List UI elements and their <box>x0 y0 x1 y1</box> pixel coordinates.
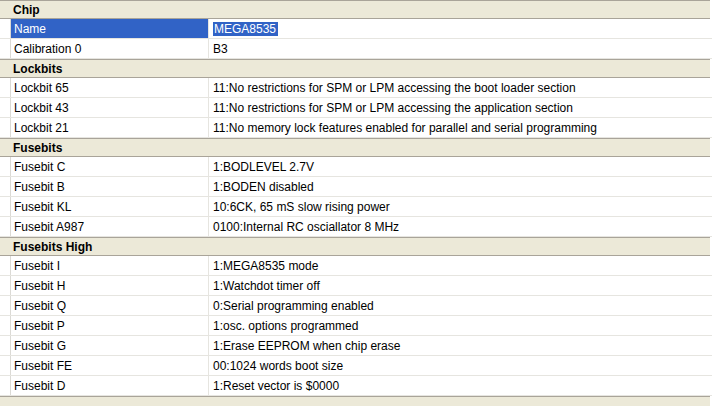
row-gutter <box>0 177 11 196</box>
row-gutter <box>0 118 11 137</box>
config-row[interactable]: Lockbit 65 11:No restrictions for SPM or… <box>0 78 712 98</box>
config-row[interactable]: Calibration 0 B3 <box>0 39 712 59</box>
config-row[interactable]: Fusebit B 1:BODEN disabled <box>0 177 712 197</box>
config-row[interactable]: Lockbit 43 11:No restrictions for SPM or… <box>0 98 712 118</box>
row-label: Fusebit KL <box>11 197 209 216</box>
row-label: Fusebit H <box>11 276 209 295</box>
chip-config-panel: Chip Name MEGA8535 Calibration 0 B3 Lock… <box>0 0 712 406</box>
row-value[interactable]: 00:1024 words boot size <box>209 356 712 375</box>
section-header-fusebits: Fusebits <box>0 138 710 157</box>
row-value[interactable]: 11:No memory lock features enabled for p… <box>209 118 712 137</box>
row-gutter <box>0 276 11 295</box>
row-label: Calibration 0 <box>11 39 209 58</box>
row-label: Fusebit P <box>11 316 209 335</box>
row-value[interactable]: 10:6CK, 65 mS slow rising power <box>209 197 712 216</box>
row-value[interactable]: 0100:Internal RC osciallator 8 MHz <box>209 217 712 236</box>
row-gutter <box>0 197 11 216</box>
row-value[interactable]: 1:Reset vector is $0000 <box>209 376 712 395</box>
row-label: Lockbit 21 <box>11 118 209 137</box>
row-gutter <box>0 296 11 315</box>
row-gutter <box>0 78 11 97</box>
row-value[interactable]: 1:osc. options programmed <box>209 316 712 335</box>
row-label: Fusebit D <box>11 376 209 395</box>
row-label: Fusebit I <box>11 256 209 275</box>
config-row[interactable]: Fusebit P 1:osc. options programmed <box>0 316 712 336</box>
config-row[interactable]: Fusebit C 1:BODLEVEL 2.7V <box>0 157 712 177</box>
row-label: Fusebit C <box>11 157 209 176</box>
row-gutter <box>0 98 11 117</box>
config-row[interactable]: Fusebit FE 00:1024 words boot size <box>0 356 712 376</box>
row-value[interactable]: 1:BODLEVEL 2.7V <box>209 157 712 176</box>
row-gutter <box>0 316 11 335</box>
config-row[interactable]: Fusebit Q 0:Serial programming enabled <box>0 296 712 316</box>
row-label: Fusebit Q <box>11 296 209 315</box>
section-header-chip: Chip <box>0 0 710 19</box>
config-row[interactable]: Lockbit 21 11:No memory lock features en… <box>0 118 712 138</box>
config-row[interactable]: Fusebit A987 0100:Internal RC osciallato… <box>0 217 712 237</box>
row-gutter <box>0 256 11 275</box>
config-row[interactable]: Fusebit D 1:Reset vector is $0000 <box>0 376 712 396</box>
row-gutter <box>0 376 11 395</box>
section-header-fusebits-high: Fusebits High <box>0 237 710 256</box>
row-label: Fusebit FE <box>11 356 209 375</box>
section-header-lockbits: Lockbits <box>0 59 710 78</box>
row-label: Fusebit G <box>11 336 209 355</box>
row-value[interactable]: 1:MEGA8535 mode <box>209 256 712 275</box>
row-value[interactable]: 11:No restrictions for SPM or LPM access… <box>209 98 712 117</box>
config-row[interactable]: Fusebit I 1:MEGA8535 mode <box>0 256 712 276</box>
row-gutter <box>0 157 11 176</box>
config-row[interactable]: Fusebit H 1:Watchdot timer off <box>0 276 712 296</box>
name-edit-field[interactable]: MEGA8535 <box>209 19 712 38</box>
row-gutter <box>0 19 11 38</box>
row-value[interactable]: 1:Erase EEPROM when chip erase <box>209 336 712 355</box>
row-gutter <box>0 39 11 58</box>
row-label: Fusebit A987 <box>11 217 209 236</box>
config-row[interactable]: Fusebit G 1:Erase EEPROM when chip erase <box>0 336 712 356</box>
row-label: Fusebit B <box>11 177 209 196</box>
row-label: Name <box>11 19 209 38</box>
name-edit-selected-text[interactable]: MEGA8535 <box>213 22 278 36</box>
row-label: Lockbit 43 <box>11 98 209 117</box>
row-gutter <box>0 336 11 355</box>
config-row[interactable]: Fusebit KL 10:6CK, 65 mS slow rising pow… <box>0 197 712 217</box>
row-value[interactable]: 11:No restrictions for SPM or LPM access… <box>209 78 712 97</box>
row-value[interactable]: 1:BODEN disabled <box>209 177 712 196</box>
row-label: Lockbit 65 <box>11 78 209 97</box>
partial-next-section-strip <box>0 396 710 406</box>
row-value[interactable]: B3 <box>209 39 712 58</box>
row-value[interactable]: 0:Serial programming enabled <box>209 296 712 315</box>
config-row-selected[interactable]: Name MEGA8535 <box>0 19 712 39</box>
row-gutter <box>0 217 11 236</box>
row-gutter <box>0 356 11 375</box>
row-value[interactable]: 1:Watchdot timer off <box>209 276 712 295</box>
